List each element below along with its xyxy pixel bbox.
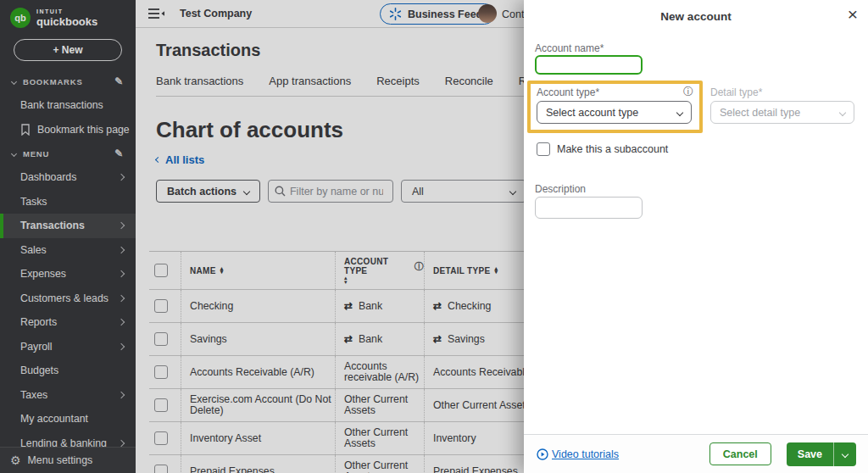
chevron-down-icon [676, 109, 683, 115]
description-label: Description [535, 183, 586, 195]
quickbooks-app: qb INTUIT quickbooks + New BOOKMARKS ✎ B… [0, 0, 868, 473]
video-tutorials-label: Video tutorials [552, 448, 619, 460]
detail-type-label: Detail type* [710, 86, 762, 98]
video-tutorials-link[interactable]: Video tutorials [537, 448, 619, 460]
subaccount-row: Make this a subaccount [537, 142, 668, 156]
subaccount-label: Make this a subaccount [557, 143, 668, 155]
detail-type-dropdown[interactable]: Select detail type [710, 101, 854, 124]
account-type-label: Account type* [537, 86, 599, 98]
account-name-label: Account name* [535, 42, 604, 54]
account-type-value: Select account type [546, 107, 638, 119]
info-icon[interactable]: ⓘ [683, 85, 693, 99]
subaccount-checkbox[interactable] [537, 142, 550, 156]
save-split-button: Save [787, 442, 856, 466]
modal-scrim [0, 0, 524, 473]
chevron-down-icon [839, 109, 846, 115]
drawer-title: New account [524, 10, 868, 23]
drawer-footer: Video tutorials Cancel Save [524, 434, 868, 473]
cancel-button[interactable]: Cancel [709, 442, 771, 465]
save-options-dropdown[interactable] [833, 442, 856, 466]
play-icon [537, 448, 548, 460]
save-button[interactable]: Save [787, 442, 833, 466]
detail-type-value: Select detail type [720, 107, 800, 119]
account-name-input[interactable] [535, 55, 643, 75]
account-type-dropdown[interactable]: Select account type [537, 101, 692, 124]
description-input[interactable] [535, 197, 643, 219]
new-account-drawer: New account × Account name* Account type… [524, 0, 868, 473]
chevron-down-icon [842, 450, 849, 457]
close-icon[interactable]: × [848, 5, 858, 23]
